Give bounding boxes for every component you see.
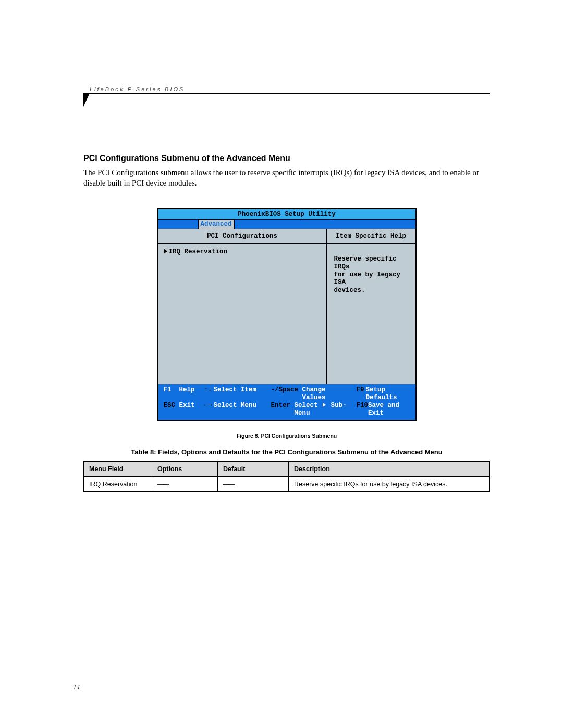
label-select-menu: Select Menu xyxy=(214,402,257,417)
section-paragraph: The PCI Configurations submenu allows th… xyxy=(83,167,490,189)
label-change-values: Change Values xyxy=(302,386,350,402)
figure-caption: Figure 8. PCI Configurations Submenu xyxy=(83,433,490,439)
bios-footer: F1Help ↑↓Select Item -/Space Change Valu… xyxy=(158,384,415,420)
cell-default: —— xyxy=(218,476,289,491)
header-rule xyxy=(83,93,490,108)
col-description: Description xyxy=(289,461,490,476)
key-f9: F9 xyxy=(357,386,366,402)
col-default: Default xyxy=(218,461,289,476)
bios-menu-item-irq: IRQ Reservation xyxy=(164,248,321,256)
tab-advanced: Advanced xyxy=(198,220,235,229)
key-f1: F1 xyxy=(164,386,179,402)
table-row: IRQ Reservation —— —— Reserve specific I… xyxy=(84,476,490,491)
bios-right-pane: Item Specific Help Reserve specific IRQs… xyxy=(327,229,415,384)
arrow-right-icon xyxy=(323,403,326,407)
label-select-submenu: Select Sub-Menu xyxy=(295,402,350,417)
cell-menu-field: IRQ Reservation xyxy=(84,476,152,491)
key-leftright: ←→ xyxy=(204,402,214,417)
col-options: Options xyxy=(152,461,218,476)
submenu-arrow-icon xyxy=(164,249,167,254)
bios-help-text: Reserve specific IRQs for use by legacy … xyxy=(327,244,415,299)
label-select-item: Select Item xyxy=(214,386,257,402)
key-esc: ESC xyxy=(164,402,179,417)
key-space: -/Space xyxy=(271,386,299,402)
bios-left-pane: PCI Configurations IRQ Reservation xyxy=(158,229,327,384)
cell-description: Reserve specific IRQs for use by legacy … xyxy=(289,476,490,491)
bios-left-heading: PCI Configurations xyxy=(158,229,326,244)
page-header: LifeBook P Series BIOS xyxy=(83,86,490,108)
key-enter: Enter xyxy=(271,402,291,417)
key-f10: F10 xyxy=(357,402,369,417)
bios-right-heading: Item Specific Help xyxy=(327,229,415,244)
fields-table: Menu Field Options Default Description I… xyxy=(83,461,490,492)
key-updown: ↑↓ xyxy=(204,386,214,402)
col-menu-field: Menu Field xyxy=(84,461,152,476)
section-heading: PCI Configurations Submenu of the Advanc… xyxy=(83,154,490,163)
page-number: 14 xyxy=(73,683,80,692)
label-save-exit: Save and Exit xyxy=(368,402,403,417)
label-exit: Exit xyxy=(179,402,195,417)
table-title: Table 8: Fields, Options and Defaults fo… xyxy=(83,448,490,456)
bios-tab-row: Advanced xyxy=(158,220,415,229)
bios-screenshot: PhoenixBIOS Setup Utility Advanced PCI C… xyxy=(157,208,417,421)
cell-options: —— xyxy=(152,476,218,491)
bios-title-bar: PhoenixBIOS Setup Utility xyxy=(158,209,415,220)
label-help: Help xyxy=(179,386,195,402)
bios-menu-item-label: IRQ Reservation xyxy=(169,248,228,255)
header-label: LifeBook P Series BIOS xyxy=(90,86,490,92)
triangle-icon xyxy=(83,93,90,107)
table-header-row: Menu Field Options Default Description xyxy=(84,461,490,476)
label-setup-defaults: Setup Defaults xyxy=(366,386,404,402)
document-page: LifeBook P Series BIOS PCI Configuration… xyxy=(0,0,563,728)
